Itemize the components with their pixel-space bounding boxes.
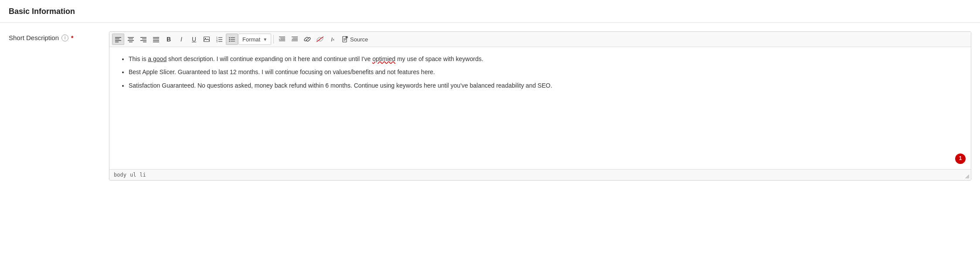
chevron-down-icon: ▼	[263, 37, 267, 42]
italic-icon: I	[180, 36, 182, 43]
underline-button[interactable]: U	[188, 34, 200, 45]
svg-rect-27	[231, 39, 235, 40]
svg-rect-15	[153, 42, 159, 43]
align-left-button[interactable]	[112, 34, 124, 45]
editor-footer-wrapper: body ul li	[109, 169, 971, 180]
svg-rect-16	[204, 37, 210, 42]
justify-icon	[153, 36, 159, 42]
svg-rect-32	[280, 39, 285, 40]
ordered-list-button[interactable]: 1. 2. 3.	[213, 34, 225, 45]
image-icon	[204, 36, 210, 42]
bullet1-underline: a good	[148, 55, 167, 62]
footer-tag-body: body	[114, 172, 126, 178]
editor-content[interactable]: This is a good short description. I will…	[109, 47, 971, 169]
svg-rect-19	[218, 38, 222, 38]
indent-increase-button[interactable]	[276, 34, 288, 45]
align-left-icon	[115, 36, 121, 42]
field-label-col: Short Description i *	[9, 31, 109, 41]
svg-rect-23	[218, 41, 222, 42]
indent-increase-icon	[279, 36, 285, 42]
ordered-list-icon: 1. 2. 3.	[216, 36, 222, 42]
indent-decrease-button[interactable]	[289, 34, 301, 45]
footer-tag-ul: ul	[130, 172, 136, 178]
svg-rect-3	[115, 42, 119, 43]
link-icon	[304, 36, 311, 42]
svg-rect-30	[279, 37, 285, 37]
indent-decrease-icon	[292, 36, 298, 42]
align-center-button[interactable]	[125, 34, 137, 45]
content-list: This is a good short description. I will…	[118, 54, 962, 90]
bullet1-post: my use of space with keywords.	[395, 55, 483, 62]
footer-tag-li: li	[140, 172, 146, 178]
svg-rect-6	[128, 40, 134, 41]
unordered-list-button[interactable]	[226, 34, 238, 45]
svg-text:3.: 3.	[216, 40, 218, 42]
section-title: Basic Information	[9, 7, 75, 16]
svg-rect-12	[153, 37, 159, 38]
required-star: *	[71, 34, 73, 41]
editor-footer: body ul li	[109, 169, 971, 180]
image-button[interactable]	[201, 34, 213, 45]
svg-rect-11	[143, 42, 146, 43]
svg-rect-1	[115, 39, 119, 40]
section-header: Basic Information	[0, 0, 980, 23]
list-item-1: This is a good short description. I will…	[129, 54, 962, 64]
svg-rect-2	[115, 40, 121, 41]
svg-rect-35	[293, 38, 298, 38]
svg-rect-4	[128, 37, 134, 38]
unordered-list-icon	[229, 36, 235, 42]
bullet1-pre: This is	[129, 55, 148, 62]
align-right-icon	[140, 36, 146, 42]
toolbar: B I U	[109, 32, 971, 47]
svg-rect-0	[115, 37, 121, 38]
svg-line-47	[968, 177, 969, 178]
svg-rect-14	[153, 40, 159, 41]
svg-point-24	[229, 37, 230, 38]
source-button[interactable]: Source	[339, 34, 371, 45]
svg-rect-31	[280, 38, 285, 38]
error-badge: 1	[955, 153, 966, 164]
bullet1-mid: short description. I will continue expan…	[167, 55, 372, 62]
bullet2-text: Best Apple Slicer. Guaranteed to last 12…	[129, 68, 435, 75]
unlink-button[interactable]	[314, 34, 326, 45]
svg-rect-34	[292, 37, 298, 37]
italic-button[interactable]: I	[175, 34, 187, 45]
unlink-icon	[316, 36, 323, 42]
bold-button[interactable]: B	[163, 34, 175, 45]
align-right-button[interactable]	[137, 34, 150, 45]
bullet3-text: Satisfaction Guaranteed. No questions as…	[129, 82, 552, 89]
bullet1-spellcheck: optimied	[372, 55, 395, 62]
source-doc-icon	[342, 36, 348, 42]
format-label: Format	[242, 36, 260, 43]
justify-button[interactable]	[150, 34, 162, 45]
underline-icon: U	[192, 36, 196, 43]
svg-rect-25	[231, 38, 235, 38]
field-label: Short Description	[9, 34, 59, 41]
svg-rect-37	[292, 41, 298, 41]
format-dropdown[interactable]: Format ▼	[238, 34, 271, 45]
svg-point-28	[229, 41, 230, 41]
page-wrapper: Basic Information Short Description i *	[0, 0, 980, 266]
svg-point-26	[229, 39, 230, 40]
resize-handle[interactable]	[965, 174, 970, 179]
svg-rect-5	[129, 39, 133, 40]
field-row: Short Description i *	[0, 23, 980, 189]
svg-rect-10	[140, 40, 146, 41]
svg-rect-7	[129, 42, 133, 43]
svg-rect-9	[142, 39, 146, 40]
svg-rect-13	[153, 39, 159, 40]
list-item-2: Best Apple Slicer. Guaranteed to last 12…	[129, 67, 962, 77]
editor-wrapper: B I U	[109, 31, 971, 181]
svg-rect-29	[231, 41, 235, 41]
clear-format-button[interactable]: Ix	[327, 34, 339, 45]
svg-rect-21	[218, 39, 222, 40]
svg-rect-33	[279, 41, 285, 41]
separator-1	[273, 35, 274, 44]
svg-rect-8	[140, 37, 146, 38]
info-icon[interactable]: i	[61, 34, 68, 41]
svg-rect-36	[293, 39, 298, 40]
link-button[interactable]	[301, 34, 313, 45]
source-label: Source	[350, 36, 368, 43]
bold-icon: B	[167, 36, 171, 43]
list-item-3: Satisfaction Guaranteed. No questions as…	[129, 81, 962, 90]
